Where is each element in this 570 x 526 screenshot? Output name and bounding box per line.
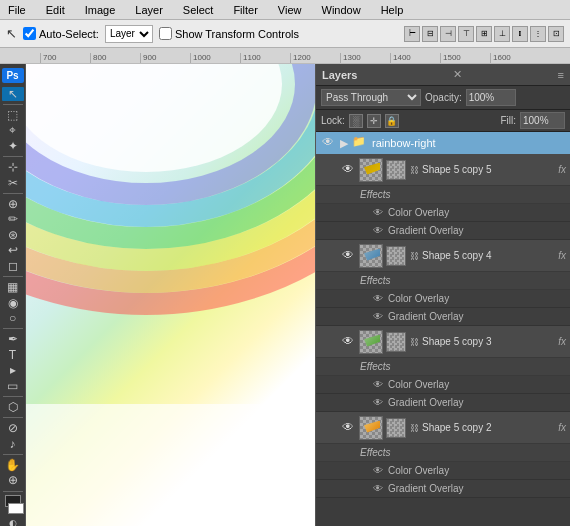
align-top-icon[interactable]: ⊤ — [458, 26, 474, 42]
ruler-mark-9: 1600 — [490, 53, 540, 63]
eyedropper-btn[interactable]: ⊘ — [2, 421, 24, 436]
menu-view[interactable]: View — [274, 3, 306, 17]
autoselect-type-select[interactable]: Layer — [105, 25, 153, 43]
gradient-tool-btn[interactable]: ▦ — [2, 280, 24, 295]
hand-tool-btn[interactable]: ✋ — [2, 458, 24, 473]
eye-icon-2[interactable]: 👁 — [340, 334, 356, 350]
folder-expand-icon[interactable]: ▶ — [340, 137, 348, 150]
notes-btn[interactable]: ♪ — [2, 436, 24, 451]
layers-close-btn[interactable]: ✕ — [453, 68, 462, 81]
layer-row-0[interactable]: 👁 ⛓ Shape 5 copy 5 fx — [316, 154, 570, 186]
align-right-icon[interactable]: ⊣ — [440, 26, 456, 42]
menu-file[interactable]: File — [4, 3, 30, 17]
menu-select[interactable]: Select — [179, 3, 218, 17]
magic-wand-btn[interactable]: ✦ — [2, 139, 24, 154]
layers-list[interactable]: 👁 ▶ 📁 rainbow-right 👁 ⛓ Shape 5 copy 5 f… — [316, 132, 570, 526]
quick-mask-btn[interactable]: ◐ — [2, 516, 24, 526]
pen-tool-btn[interactable]: ✒ — [2, 332, 24, 347]
slice-tool-btn[interactable]: ✂ — [2, 175, 24, 190]
autoselect-checkbox[interactable] — [23, 27, 36, 40]
toolbar-sep-3 — [3, 193, 23, 194]
align-middle-v-icon[interactable]: ⊞ — [476, 26, 492, 42]
eye-icon-0[interactable]: 👁 — [340, 162, 356, 178]
menu-image[interactable]: Image — [81, 3, 120, 17]
effect-eye-gradient-1[interactable]: 👁 — [372, 311, 384, 323]
fx-icon-2[interactable]: fx — [558, 336, 566, 347]
fill-input[interactable] — [520, 112, 565, 129]
3d-tool-btn[interactable]: ⬡ — [2, 400, 24, 415]
path-select-btn[interactable]: ▸ — [2, 363, 24, 378]
eye-icon-3[interactable]: 👁 — [340, 420, 356, 436]
shape-tool-btn[interactable]: ▭ — [2, 379, 24, 394]
toolbar-sep-6 — [3, 396, 23, 397]
opacity-input[interactable] — [466, 89, 516, 106]
layer-thumbnail-2 — [359, 330, 383, 354]
background-color[interactable] — [8, 503, 24, 514]
auto-align-icon[interactable]: ⊡ — [548, 26, 564, 42]
effect-eye-color-3[interactable]: 👁 — [372, 465, 384, 477]
effect-gradient-name-0: Gradient Overlay — [388, 225, 464, 236]
lock-pixels-btn[interactable]: ░ — [349, 114, 363, 128]
layers-controls: Pass Through Opacity: — [316, 86, 570, 110]
fx-icon-3[interactable]: fx — [558, 422, 566, 433]
lock-all-btn[interactable]: 🔒 — [385, 114, 399, 128]
menu-window[interactable]: Window — [318, 3, 365, 17]
layer-thumbnail-0 — [359, 158, 383, 182]
clone-tool-btn[interactable]: ⊛ — [2, 228, 24, 243]
fx-icon-1[interactable]: fx — [558, 250, 566, 261]
effect-eye-gradient-0[interactable]: 👁 — [372, 225, 384, 237]
dodge-tool-btn[interactable]: ○ — [2, 311, 24, 326]
lasso-tool-btn[interactable]: ⌖ — [2, 123, 24, 138]
effect-eye-color-1[interactable]: 👁 — [372, 293, 384, 305]
effects-row-0: Effects — [316, 186, 570, 204]
fx-icon-0[interactable]: fx — [558, 164, 566, 175]
effect-gradient-overlay-0[interactable]: 👁 Gradient Overlay — [316, 222, 570, 240]
effect-gradient-overlay-1[interactable]: 👁 Gradient Overlay — [316, 308, 570, 326]
effect-eye-color-2[interactable]: 👁 — [372, 379, 384, 391]
effect-color-overlay-2[interactable]: 👁 Color Overlay — [316, 376, 570, 394]
brush-tool-btn[interactable]: ✏ — [2, 212, 24, 227]
layer-group-rainbow-right[interactable]: 👁 ▶ 📁 rainbow-right — [316, 132, 570, 154]
zoom-tool-btn[interactable]: ⊕ — [2, 473, 24, 488]
effect-color-overlay-0[interactable]: 👁 Color Overlay — [316, 204, 570, 222]
eye-icon-group[interactable]: 👁 — [320, 135, 336, 151]
history-brush-btn[interactable]: ↩ — [2, 243, 24, 258]
show-transform-checkbox[interactable] — [159, 27, 172, 40]
effect-eye-gradient-2[interactable]: 👁 — [372, 397, 384, 409]
align-center-h-icon[interactable]: ⊟ — [422, 26, 438, 42]
effect-color-overlay-3[interactable]: 👁 Color Overlay — [316, 462, 570, 480]
distribute-h-icon[interactable]: ⫿ — [512, 26, 528, 42]
heal-tool-btn[interactable]: ⊕ — [2, 197, 24, 212]
effect-gradient-overlay-3[interactable]: 👁 Gradient Overlay — [316, 480, 570, 498]
align-left-icon[interactable]: ⊢ — [404, 26, 420, 42]
menu-filter[interactable]: Filter — [229, 3, 261, 17]
lock-position-btn[interactable]: ✛ — [367, 114, 381, 128]
canvas-area — [26, 64, 315, 526]
menu-help[interactable]: Help — [377, 3, 408, 17]
effect-color-name-3: Color Overlay — [388, 465, 449, 476]
layers-options-btn[interactable]: ≡ — [558, 69, 564, 81]
layer-row-3[interactable]: 👁 ⛓ Shape 5 copy 2 fx — [316, 412, 570, 444]
effect-gradient-overlay-2[interactable]: 👁 Gradient Overlay — [316, 394, 570, 412]
effects-label-1: Effects — [360, 275, 391, 286]
eraser-tool-btn[interactable]: ◻ — [2, 259, 24, 274]
distribute-v-icon[interactable]: ⋮ — [530, 26, 546, 42]
effect-color-overlay-1[interactable]: 👁 Color Overlay — [316, 290, 570, 308]
marquee-tool-btn[interactable]: ⬚ — [2, 108, 24, 123]
layer-row-1[interactable]: 👁 ⛓ Shape 5 copy 4 fx — [316, 240, 570, 272]
menu-edit[interactable]: Edit — [42, 3, 69, 17]
align-bottom-icon[interactable]: ⊥ — [494, 26, 510, 42]
layer-thumbnail-3 — [359, 416, 383, 440]
effect-eye-gradient-3[interactable]: 👁 — [372, 483, 384, 495]
blur-tool-btn[interactable]: ◉ — [2, 295, 24, 310]
folder-icon-group: 📁 — [352, 135, 368, 151]
blend-mode-select[interactable]: Pass Through — [321, 89, 421, 106]
layer-row-2[interactable]: 👁 ⛓ Shape 5 copy 3 fx — [316, 326, 570, 358]
eye-icon-1[interactable]: 👁 — [340, 248, 356, 264]
move-tool-btn[interactable]: ↖ — [2, 87, 24, 102]
text-tool-btn[interactable]: T — [2, 348, 24, 363]
menu-layer[interactable]: Layer — [131, 3, 167, 17]
crop-tool-btn[interactable]: ⊹ — [2, 160, 24, 175]
effect-eye-color-0[interactable]: 👁 — [372, 207, 384, 219]
layer-name-text-2: Shape 5 copy 3 — [422, 336, 555, 347]
